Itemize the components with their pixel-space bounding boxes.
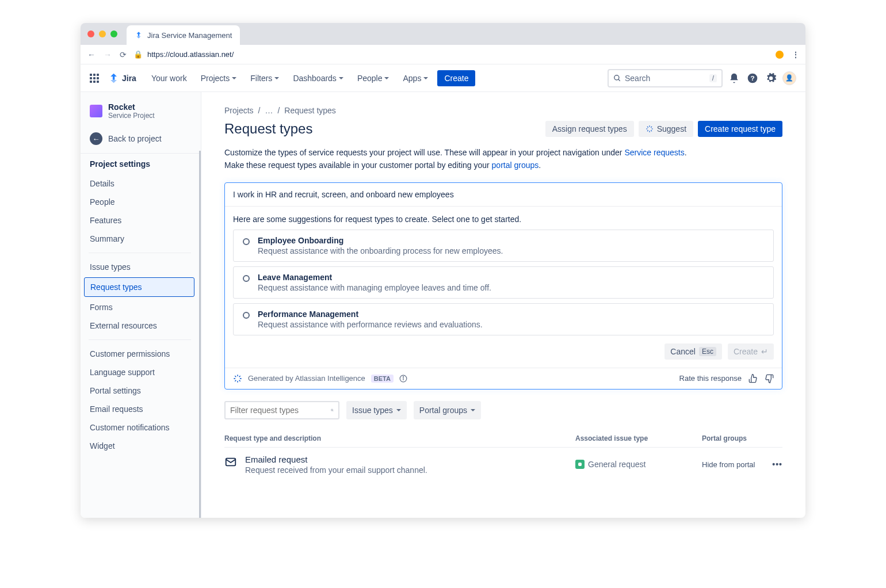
filter-input-field[interactable] <box>230 406 331 415</box>
assign-request-types-button[interactable]: Assign request types <box>545 121 634 137</box>
reload-icon[interactable]: ⟳ <box>120 50 127 59</box>
sidebar-item-email-requests[interactable]: Email requests <box>81 400 199 418</box>
thumbs-up-icon[interactable] <box>748 374 758 383</box>
nav-projects[interactable]: Projects <box>196 71 242 85</box>
search-icon <box>613 74 621 82</box>
svg-line-8 <box>333 410 333 411</box>
filter-request-types-input[interactable] <box>224 401 339 419</box>
issue-type-label: General request <box>588 460 646 469</box>
app-switcher-icon[interactable] <box>90 74 99 83</box>
chevron-down-icon <box>274 77 279 79</box>
info-icon[interactable] <box>399 375 407 383</box>
enter-key-icon: ↵ <box>761 347 768 356</box>
breadcrumb-projects[interactable]: Projects <box>224 106 254 115</box>
ai-option-desc: Request assistance with managing employe… <box>258 283 491 292</box>
chevron-down-icon <box>339 77 343 79</box>
row-desc: Request received from your email support… <box>245 465 427 475</box>
back-label: Back to project <box>108 134 162 143</box>
thumbs-down-icon[interactable] <box>765 374 774 383</box>
ai-sparkle-icon <box>646 125 654 133</box>
project-name: Rocket <box>108 102 155 112</box>
back-icon[interactable]: ← <box>87 50 96 59</box>
ai-option-1[interactable]: Leave Management Request assistance with… <box>233 266 774 299</box>
profile-dot-icon[interactable] <box>776 51 784 59</box>
svg-text:?: ? <box>750 74 754 82</box>
ai-option-title: Employee Onboarding <box>258 236 503 245</box>
nav-people[interactable]: People <box>353 71 394 85</box>
portal-groups-dropdown[interactable]: Portal groups <box>414 401 481 419</box>
ai-option-2[interactable]: Performance Management Request assistanc… <box>233 303 774 335</box>
ai-option-desc: Request assistance with the onboarding p… <box>258 246 503 255</box>
nav-your-work[interactable]: Your work <box>147 71 192 85</box>
sidebar-item-widget[interactable]: Widget <box>81 437 199 455</box>
ai-sparkle-icon <box>233 374 242 383</box>
radio-icon <box>243 238 250 245</box>
ai-create-button[interactable]: Create ↵ <box>728 343 774 360</box>
sidebar-item-details[interactable]: Details <box>81 174 199 193</box>
col-header-portal: Portal groups <box>702 434 782 442</box>
project-header[interactable]: Rocket Service Project <box>81 102 201 127</box>
tab-title: Jira Service Management <box>147 31 232 40</box>
settings-icon[interactable] <box>764 72 778 84</box>
browser-tab[interactable]: Jira Service Management <box>127 25 240 45</box>
user-avatar[interactable]: 👤 <box>782 71 796 85</box>
ai-cancel-button[interactable]: Cancel Esc <box>664 343 722 360</box>
sidebar-item-external-resources[interactable]: External resources <box>81 316 199 335</box>
breadcrumb: Projects / … / Request types <box>224 106 782 115</box>
nav-apps[interactable]: Apps <box>398 71 433 85</box>
global-search[interactable]: Search / <box>608 69 723 87</box>
table-header: Request type and description Associated … <box>224 430 782 448</box>
sidebar-item-customer-permissions[interactable]: Customer permissions <box>81 345 199 363</box>
ai-intro-text: Here are some suggestions for request ty… <box>225 207 782 230</box>
suggest-button[interactable]: Suggest <box>639 121 693 137</box>
issue-types-dropdown[interactable]: Issue types <box>346 401 407 419</box>
chevron-down-icon <box>471 409 475 411</box>
sidebar-item-features[interactable]: Features <box>81 211 199 230</box>
browser-menu-icon[interactable]: ⋮ <box>792 50 799 59</box>
close-window-icon[interactable] <box>87 30 94 37</box>
portal-group-label: Hide from portal <box>702 460 755 469</box>
sidebar: Rocket Service Project ← Back to project… <box>81 92 201 518</box>
table-row[interactable]: Emailed request Request received from yo… <box>224 448 782 482</box>
chevron-down-icon <box>384 77 389 79</box>
nav-filters[interactable]: Filters <box>246 71 284 85</box>
sidebar-item-summary[interactable]: Summary <box>81 230 199 248</box>
breadcrumb-dots[interactable]: … <box>265 106 273 115</box>
create-button[interactable]: Create <box>437 70 475 86</box>
sidebar-item-issue-types[interactable]: Issue types <box>81 258 199 276</box>
radio-icon <box>243 312 250 319</box>
portal-groups-link[interactable]: portal groups <box>492 161 539 170</box>
sidebar-item-request-types[interactable]: Request types <box>84 277 194 297</box>
issue-type-icon <box>575 460 585 469</box>
ai-prompt-input[interactable]: I work in HR and recruit, screen, and on… <box>225 183 782 207</box>
sidebar-item-forms[interactable]: Forms <box>81 298 199 316</box>
create-request-type-button[interactable]: Create request type <box>698 121 782 137</box>
forward-icon[interactable]: → <box>104 50 112 59</box>
sidebar-item-people[interactable]: People <box>81 193 199 211</box>
search-icon <box>331 406 334 414</box>
nav-dashboards[interactable]: Dashboards <box>288 71 348 85</box>
breadcrumb-current[interactable]: Request types <box>284 106 336 115</box>
ai-option-0[interactable]: Employee Onboarding Request assistance w… <box>233 230 774 262</box>
row-more-actions[interactable]: ••• <box>772 460 782 469</box>
back-to-project[interactable]: ← Back to project <box>81 127 201 151</box>
help-icon[interactable]: ? <box>746 72 759 84</box>
url-field[interactable]: 🔒 https://cloud.atlassian.net/ <box>133 50 769 59</box>
row-title: Emailed request <box>245 455 427 464</box>
top-nav: Jira Your work Projects Filters Dashboar… <box>81 64 805 92</box>
beta-badge: BETA <box>371 375 394 383</box>
search-shortcut: / <box>709 74 717 82</box>
ai-option-title: Performance Management <box>258 310 483 319</box>
url-text: https://cloud.atlassian.net/ <box>147 50 234 59</box>
minimize-window-icon[interactable] <box>99 30 106 37</box>
sidebar-item-language-support[interactable]: Language support <box>81 363 199 381</box>
back-arrow-icon: ← <box>90 132 102 145</box>
email-icon <box>224 456 237 468</box>
sidebar-item-portal-settings[interactable]: Portal settings <box>81 381 199 400</box>
service-requests-link[interactable]: Service requests <box>624 148 684 157</box>
maximize-window-icon[interactable] <box>110 30 117 37</box>
page-title: Request types <box>224 121 312 137</box>
sidebar-item-customer-notifications[interactable]: Customer notifications <box>81 418 199 437</box>
jira-logo[interactable]: Jira <box>108 72 136 84</box>
notifications-icon[interactable] <box>727 72 741 84</box>
